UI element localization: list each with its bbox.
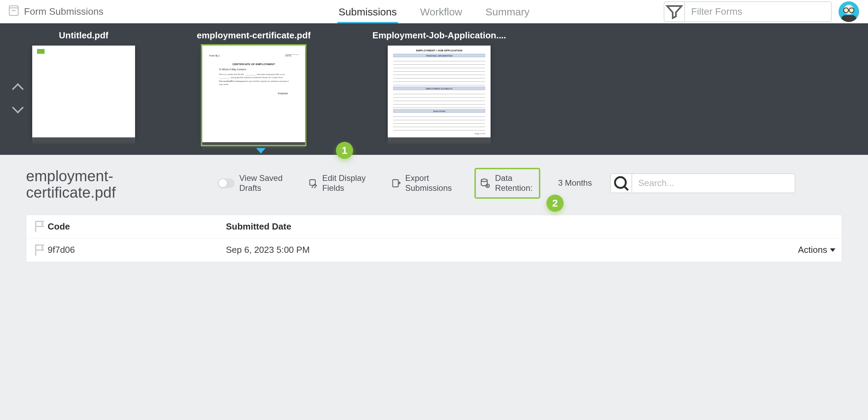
form-selector-strip: Untitled.pdf employment-certificate.pdf … bbox=[0, 23, 868, 155]
selected-form-title: employment-certificate.pdf bbox=[26, 168, 170, 201]
data-retention-value: 3 Months bbox=[558, 178, 592, 188]
data-retention-button[interactable]: Data Retention: bbox=[474, 168, 540, 199]
form-thumbnail: EMPLOYMENT / JOB APPLICATION PERSONAL IN… bbox=[388, 46, 491, 145]
doc-section-education: EDUCATION bbox=[393, 109, 485, 113]
drafts-toggle[interactable] bbox=[218, 178, 234, 188]
form-card-untitled[interactable]: Untitled.pdf bbox=[32, 30, 135, 145]
svg-point-4 bbox=[615, 177, 626, 188]
search-icon[interactable] bbox=[611, 174, 632, 193]
form-card-title: employment-certificate.pdf bbox=[197, 30, 311, 41]
filter-icon[interactable] bbox=[664, 2, 685, 21]
selected-form-indicator-icon bbox=[256, 148, 266, 153]
tab-summary[interactable]: Summary bbox=[484, 1, 531, 23]
view-saved-drafts[interactable]: View Saved Drafts bbox=[218, 173, 291, 193]
edit-display-fields-button[interactable]: Edit Display Fields bbox=[309, 173, 374, 193]
export-label: Export Submissions bbox=[405, 173, 457, 193]
tab-submissions[interactable]: Submissions bbox=[337, 1, 398, 23]
doc-form-no: Form BLJ bbox=[209, 54, 219, 57]
edit-fields-label: Edit Display Fields bbox=[322, 173, 374, 193]
scroll-up-button[interactable] bbox=[12, 83, 24, 95]
top-bar: Form Submissions Submissions Workflow Su… bbox=[0, 0, 868, 23]
filter-forms-input[interactable] bbox=[685, 2, 831, 21]
doc-section-eligibility: EMPLOYMENT ELIGIBILITY bbox=[393, 87, 485, 90]
filter-forms bbox=[664, 1, 832, 22]
svg-point-2 bbox=[481, 179, 487, 182]
tab-workflow[interactable]: Workflow bbox=[419, 1, 463, 23]
form-thumbnail bbox=[32, 46, 135, 145]
drafts-toggle-label: View Saved Drafts bbox=[239, 173, 291, 193]
doc-signature: Employer bbox=[278, 92, 288, 95]
actions-label: Actions bbox=[798, 245, 827, 255]
database-icon bbox=[480, 178, 490, 188]
app-title: Form Submissions bbox=[24, 6, 104, 17]
form-card-title: Untitled.pdf bbox=[59, 30, 108, 41]
row-flag-icon[interactable] bbox=[33, 243, 48, 258]
chevron-down-icon bbox=[830, 248, 835, 252]
flag-column-icon bbox=[33, 219, 48, 234]
app-title-block: Form Submissions bbox=[9, 6, 104, 17]
forms-row: Untitled.pdf employment-certificate.pdf … bbox=[32, 30, 506, 145]
archive-icon bbox=[9, 8, 19, 16]
document-preview: Form BLJ DATE CERTIFICATE OF EMPLOYMENT … bbox=[202, 46, 305, 142]
doc-title: EMPLOYMENT / JOB APPLICATION bbox=[388, 49, 491, 52]
doc-towhom: To Whom It May Concern: bbox=[219, 68, 246, 71]
doc-page-no: Page 1 of 4 bbox=[475, 133, 485, 135]
content-area: employment-certificate.pdf View Saved Dr… bbox=[0, 155, 868, 262]
callout-badge-2: 2 bbox=[546, 195, 564, 212]
submissions-table: Code Submitted Date 9f7d06 Sep 6, 2023 5… bbox=[26, 215, 842, 262]
export-icon bbox=[391, 178, 401, 188]
column-submitted-date[interactable]: Submitted Date bbox=[226, 221, 781, 232]
column-code[interactable]: Code bbox=[48, 221, 226, 232]
doc-section-personal: PERSONAL INFORMATION bbox=[393, 54, 485, 57]
svg-rect-1 bbox=[393, 180, 398, 187]
export-submissions-button[interactable]: Export Submissions bbox=[391, 173, 457, 193]
form-card-employment-certificate[interactable]: employment-certificate.pdf Form BLJ DATE… bbox=[197, 30, 311, 145]
search-input[interactable] bbox=[632, 174, 795, 193]
form-card-title: Employment-Job-Application.... bbox=[372, 30, 506, 41]
content-toolbar: View Saved Drafts Edit Display Fields Ex… bbox=[218, 168, 795, 199]
document-preview: EMPLOYMENT / JOB APPLICATION PERSONAL IN… bbox=[388, 46, 491, 137]
doc-para-2: This certification is being issued upon … bbox=[219, 80, 289, 86]
row-code: 9f7d06 bbox=[48, 245, 226, 255]
main-tabs: Submissions Workflow Summary bbox=[337, 0, 531, 23]
content-header-row: employment-certificate.pdf View Saved Dr… bbox=[26, 168, 842, 201]
edit-fields-icon bbox=[309, 178, 318, 188]
row-actions-button[interactable]: Actions bbox=[781, 245, 835, 255]
table-header-row: Code Submitted Date bbox=[26, 215, 842, 238]
selector-arrows bbox=[14, 85, 22, 112]
row-submitted-date: Sep 6, 2023 5:00 PM bbox=[226, 245, 781, 255]
top-bar-right bbox=[664, 1, 859, 22]
form-thumbnail: Form BLJ DATE CERTIFICATE OF EMPLOYMENT … bbox=[202, 46, 305, 145]
document-preview bbox=[32, 46, 135, 137]
callout-badge-1: 1 bbox=[336, 142, 353, 159]
doc-date-label: DATE bbox=[285, 54, 291, 57]
data-retention-label: Data Retention: bbox=[495, 173, 533, 193]
scroll-down-button[interactable] bbox=[12, 102, 24, 113]
data-retention-wrap: Data Retention: 2 bbox=[474, 168, 540, 199]
table-row[interactable]: 9f7d06 Sep 6, 2023 5:00 PM Actions bbox=[26, 238, 842, 262]
form-card-job-application[interactable]: Employment-Job-Application.... EMPLOYMEN… bbox=[372, 30, 506, 145]
user-avatar[interactable] bbox=[839, 1, 859, 22]
search-box bbox=[610, 173, 795, 193]
doc-title: CERTIFICATE OF EMPLOYMENT bbox=[202, 63, 305, 66]
